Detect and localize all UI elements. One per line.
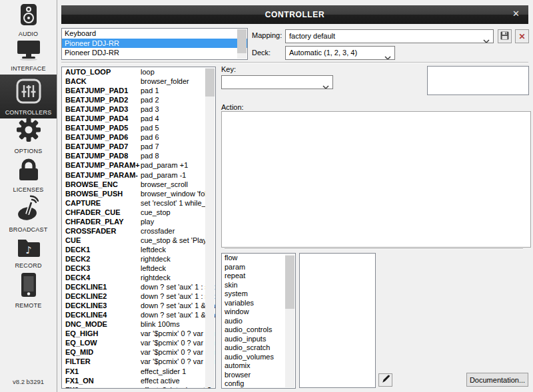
mapping-row[interactable]: BEATJUMP_PAD2pad 2 bbox=[62, 95, 215, 104]
category-list-scrollbar[interactable] bbox=[285, 254, 294, 387]
chevron-down-icon bbox=[384, 51, 391, 60]
sidebar-item-label: AUDIO bbox=[19, 31, 39, 37]
device-list-scrollbar[interactable] bbox=[237, 29, 247, 59]
mapping-row[interactable]: EQ_HIGHvar '$pcmix' 0 ? var 'au bbox=[62, 329, 215, 338]
mapping-list[interactable]: AUTO_LOOPloopBACKbrowser_folderBEATJUMP_… bbox=[61, 67, 216, 389]
category-row[interactable]: repeat bbox=[222, 272, 295, 281]
mapping-row[interactable]: CROSSFADERcrossfader bbox=[62, 226, 215, 236]
mapping-list-scrollbar[interactable] bbox=[205, 68, 215, 387]
documentation-button[interactable]: Documentation... bbox=[466, 373, 528, 387]
category-row[interactable]: skin bbox=[222, 281, 295, 290]
category-row[interactable]: flow bbox=[222, 254, 295, 263]
mapping-row[interactable]: DECKLINE2down ? set 'aux' 1 : set bbox=[62, 292, 215, 301]
red-x-icon: ✕ bbox=[518, 33, 525, 41]
broadcast-antenna-icon bbox=[15, 195, 43, 224]
gear-icon bbox=[15, 116, 42, 146]
smartphone-icon bbox=[21, 272, 37, 300]
chevron-down-icon bbox=[322, 81, 329, 89]
section-separator bbox=[61, 62, 528, 63]
category-row[interactable]: system bbox=[222, 290, 295, 299]
mapping-row[interactable]: BROWSE_PUSHbrowser_window 'folde bbox=[62, 189, 215, 198]
mixer-sliders-icon bbox=[15, 78, 42, 107]
mapping-row[interactable]: DECKLINE4down ? set 'aux' 1 & va bbox=[62, 310, 215, 319]
key-info-box bbox=[427, 66, 529, 95]
mapping-row[interactable]: BEATJUMP_PAD8pad 8 bbox=[62, 151, 215, 160]
category-list[interactable]: flowparamrepeatskinsystemvariableswindow… bbox=[221, 253, 296, 389]
mapping-row[interactable]: BEATJUMP_PAD1pad 1 bbox=[62, 86, 215, 95]
mapping-row[interactable]: FX2effect_3slots_layout ? bbox=[62, 385, 215, 389]
sidebar-item-label: INTERFACE bbox=[11, 65, 45, 72]
sidebar-item-options[interactable]: OPTIONS bbox=[0, 121, 57, 154]
category-row[interactable]: automix bbox=[222, 361, 295, 371]
category-row[interactable]: config bbox=[222, 379, 295, 389]
device-row[interactable]: Pioneer DDJ-RR bbox=[62, 48, 247, 58]
save-mapping-button[interactable] bbox=[498, 29, 512, 43]
category-row[interactable]: audio_inputs bbox=[222, 335, 295, 344]
mapping-row[interactable]: CAPTUREset 'recslot' 1 while_pr bbox=[62, 198, 215, 208]
edit-action-button[interactable] bbox=[378, 373, 392, 387]
mapping-row[interactable]: CHFADER_CUEcue_stop bbox=[62, 208, 215, 217]
mapping-select-value: factory default bbox=[289, 32, 335, 40]
mapping-row[interactable]: BROWSE_ENCbrowser_scroll bbox=[62, 180, 215, 189]
sidebar-item-controllers[interactable]: CONTROLLERS bbox=[0, 75, 57, 118]
mapping-row[interactable]: CUEcue_stop & set 'PlayCl bbox=[62, 236, 215, 245]
action-label: Action: bbox=[221, 103, 244, 111]
floppy-disk-icon bbox=[500, 31, 509, 43]
mapping-row[interactable]: BEATJUMP_PAD3pad 3 bbox=[62, 104, 215, 114]
pencil-icon bbox=[381, 374, 390, 386]
mapping-row[interactable]: DECK2rightdeck bbox=[62, 254, 215, 264]
sidebar-item-interface[interactable]: INTERFACE bbox=[0, 40, 57, 72]
action-textarea[interactable] bbox=[221, 111, 531, 248]
lock-icon bbox=[17, 158, 40, 184]
category-row[interactable]: window bbox=[222, 307, 295, 317]
mapping-row[interactable]: BEATJUMP_PAD6pad 6 bbox=[62, 132, 215, 142]
mapping-row[interactable]: FILTERvar '$pcmix' 0 ? var 'au bbox=[62, 357, 215, 366]
category-row[interactable]: audio bbox=[222, 317, 295, 326]
svg-text:♪: ♪ bbox=[25, 244, 32, 256]
sidebar-item-label: CONTROLLERS bbox=[5, 109, 52, 116]
category-row[interactable]: audio_scratch bbox=[222, 343, 295, 353]
mapping-row[interactable]: BEATJUMP_PARAM-pad_param -1 bbox=[62, 170, 215, 180]
mapping-row[interactable]: DECKLINE1down ? set 'aux' 1 : set bbox=[62, 282, 215, 292]
music-folder-icon: ♪ bbox=[16, 238, 41, 260]
category-row[interactable]: variables bbox=[222, 299, 295, 308]
sidebar-item-audio[interactable]: AUDIO bbox=[0, 5, 57, 37]
mapping-row[interactable]: BEATJUMP_PAD7pad 7 bbox=[62, 142, 215, 151]
mapping-row[interactable]: EQ_LOWvar '$pcmix' 0 ? var 'au bbox=[62, 338, 215, 347]
delete-mapping-button[interactable]: ✕ bbox=[515, 29, 529, 43]
mapping-row[interactable]: AUTO_LOOPloop bbox=[62, 67, 215, 77]
category-row[interactable]: audio_volumes bbox=[222, 353, 295, 362]
mapping-row[interactable]: EQ_MIDvar '$pcmix' 0 ? var 'au bbox=[62, 347, 215, 357]
mapping-row[interactable]: BEATJUMP_PAD5pad 5 bbox=[62, 123, 215, 132]
mapping-row[interactable]: BEATJUMP_PARAM+pad_param +1 bbox=[62, 160, 215, 170]
category-row[interactable]: audio_controls bbox=[222, 325, 295, 335]
command-list-box[interactable] bbox=[299, 253, 376, 388]
chevron-down-icon bbox=[483, 35, 490, 43]
device-row[interactable]: Pioneer DDJ-RR bbox=[62, 39, 247, 49]
key-select[interactable] bbox=[221, 75, 333, 89]
device-row[interactable]: Keyboard bbox=[62, 29, 247, 39]
key-label: Key: bbox=[221, 65, 236, 73]
mapping-row[interactable]: FX1_ONeffect active bbox=[62, 376, 215, 385]
mapping-row[interactable]: BACKbrowser_folder bbox=[62, 77, 215, 86]
category-row[interactable]: browser bbox=[222, 371, 295, 380]
sidebar-item-record[interactable]: ♪ RECORD bbox=[0, 237, 57, 269]
sidebar: AUDIO INTERFACE CONTROLLERS bbox=[0, 0, 57, 392]
category-row[interactable]: param bbox=[222, 263, 295, 272]
sidebar-item-remote[interactable]: REMOTE bbox=[0, 274, 57, 309]
deck-select[interactable]: Automatic (1, 2, 3, 4) bbox=[285, 46, 395, 60]
mapping-row[interactable]: FX1effect_slider 1 bbox=[62, 367, 215, 376]
mapping-row[interactable]: DECK4rightdeck bbox=[62, 273, 215, 282]
mapping-row[interactable]: DNC_MODEblink 100ms bbox=[62, 319, 215, 329]
mapping-row[interactable]: DECK1leftdeck bbox=[62, 245, 215, 254]
mapping-row[interactable]: BEATJUMP_PAD4pad 4 bbox=[62, 114, 215, 123]
mapping-select[interactable]: factory default bbox=[285, 29, 494, 43]
mapping-row[interactable]: DECK3leftdeck bbox=[62, 264, 215, 273]
sidebar-item-broadcast[interactable]: BROADCAST bbox=[0, 198, 57, 233]
action-separator bbox=[225, 248, 523, 250]
close-icon[interactable]: ✕ bbox=[512, 9, 520, 19]
mapping-row[interactable]: CHFADER_PLAYplay bbox=[62, 217, 215, 226]
mapping-row[interactable]: DECKLINE3down ? set 'aux' 1 & va bbox=[62, 301, 215, 310]
sidebar-item-licenses[interactable]: LICENSES bbox=[0, 160, 57, 193]
device-list[interactable]: KeyboardPioneer DDJ-RRPioneer DDJ-RR bbox=[61, 28, 248, 60]
